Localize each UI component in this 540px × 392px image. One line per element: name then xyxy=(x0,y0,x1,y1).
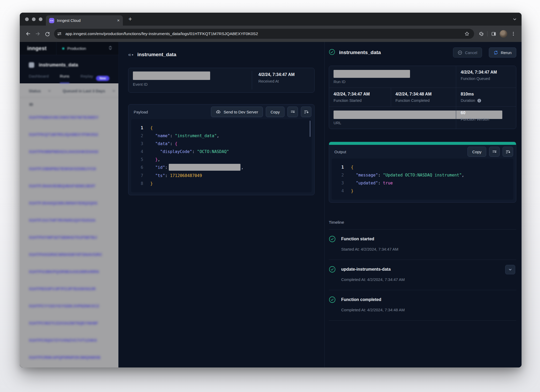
payload-expand-button[interactable] xyxy=(301,107,311,117)
back-button[interactable] xyxy=(23,29,33,39)
step-success-check-icon xyxy=(329,266,336,274)
run-id-item[interactable]: 01HTFHYWF32TSB9HGT01F5BTBJ xyxy=(20,229,118,246)
info-icon[interactable] xyxy=(477,99,481,103)
line-number: 2 xyxy=(332,171,344,179)
code-token: "id" xyxy=(155,165,165,170)
tab-dashboard[interactable]: Dashboard xyxy=(29,74,49,83)
code-token: } xyxy=(155,157,158,162)
code-content: "message": "Updated OCTO:NASDAQ instrume… xyxy=(351,171,464,179)
reload-button[interactable] xyxy=(42,29,52,39)
payload-code-block[interactable]: 1{2 "name": "instrument_data",3 "data": … xyxy=(131,119,312,192)
tab-runs[interactable]: Runs xyxy=(60,74,69,83)
run-id-item[interactable]: 01HTFJ3B9PB27EWGK5Z086JYC8 xyxy=(20,160,118,177)
code-scrollbar[interactable] xyxy=(310,121,311,137)
timeline-item: update-instruments-dataCompleted At: 4/2… xyxy=(329,260,516,290)
new-badge: New xyxy=(96,76,109,81)
inngest-logo: inngest xyxy=(20,45,56,51)
tab-close-icon[interactable]: × xyxy=(117,18,120,23)
run-id-item[interactable]: 01HTFCR9KAPQP0R6PZK3MQNMXB xyxy=(20,349,118,366)
timeline-items: Function startedStarted At: 4/2/2024, 7:… xyxy=(329,230,516,321)
time-range-filter-dropdown[interactable]: Queued in Last 3 Days xyxy=(63,89,115,93)
run-id-item[interactable]: 01HTFN86XV8CXWS7657W7E3WDY xyxy=(20,109,118,126)
site-info-icon[interactable] xyxy=(56,30,63,37)
wrap-text-icon xyxy=(492,149,497,154)
url-bar[interactable]: app.inngest.com/env/production/functions… xyxy=(54,29,474,39)
payload-header: Payload Send to Dev Server Copy xyxy=(128,104,314,119)
function-version-label: Function Version xyxy=(461,117,512,121)
output-code-block[interactable]: 1{2 "message": "Updated OCTO:NASDAQ inst… xyxy=(332,159,513,200)
browser-tab[interactable]: Inngest Cloud × xyxy=(46,15,123,26)
output-copy-button[interactable]: Copy xyxy=(467,147,486,157)
run-id-item[interactable]: 01HTFJ1C7HF7RVN051Q3YD2S3A xyxy=(20,212,118,229)
status-filter-dropdown[interactable]: Status xyxy=(29,89,51,93)
expand-step-button[interactable] xyxy=(505,265,515,274)
run-id-item[interactable]: 01HTFKMBPMD0ZAJ4AG04KD3A02 xyxy=(20,143,118,160)
cancel-run-button[interactable]: Cancel xyxy=(453,47,482,58)
run-id-item[interactable]: 01HTFJDA6Q2385JWNHYE9Q2Q0S xyxy=(20,194,118,212)
run-id-item[interactable]: 01HTFCW27CZ2X3AZM75QEYNH8F xyxy=(20,314,118,332)
code-content: } xyxy=(150,180,153,188)
code-line: 6 "id":, xyxy=(131,164,312,172)
tab-replay[interactable]: Replay xyxy=(80,74,93,83)
output-expand-button[interactable] xyxy=(503,147,513,157)
new-tab-button[interactable]: + xyxy=(128,16,132,22)
run-id-item[interactable]: 01HTFEG3FVJP7FZJP7EA5KN3JR xyxy=(20,280,118,297)
code-token: 1712068487049 xyxy=(170,173,202,178)
code-line: 2 "name": "instrument_data", xyxy=(131,132,312,140)
side-panel-icon[interactable] xyxy=(489,29,498,38)
scroll-to-bottom-icon xyxy=(505,149,510,154)
code-content: { xyxy=(150,124,153,132)
send-to-dev-server-button[interactable]: Send to Dev Server xyxy=(211,107,263,117)
inngest-app: inngest Production instruments_data Dash… xyxy=(20,42,522,367)
output-wrap-lines-button[interactable] xyxy=(489,147,500,157)
payload-copy-label: Copy xyxy=(271,110,280,114)
timeline-item-subtitle: Completed At: 4/2/2024, 7:34:48 AM xyxy=(341,308,516,312)
code-content: "displayCode": "OCTO:NASDAQ" xyxy=(150,148,229,156)
run-id-item[interactable]: 01HTFG3BKPQSR9EAA9108RARRN xyxy=(20,263,118,280)
function-queued-cell: 4/2/24, 7:34:47 AM Function Queued xyxy=(456,66,516,88)
run-header: instruments_data Cancel Rerun xyxy=(329,47,516,58)
run-id-item[interactable]: 01HTFC5QG7ZYVXNZVC7VT1Z4K6 xyxy=(20,332,118,349)
code-line: 5 }, xyxy=(131,156,312,164)
zoom-window-button[interactable] xyxy=(39,17,42,21)
duration-value: 810ms xyxy=(461,92,512,97)
line-number: 1 xyxy=(332,163,344,171)
run-id-item[interactable]: 01HTFJ94AVE0BQ48AF4DM13E9T xyxy=(20,177,118,194)
sidebar-topbar: inngest Production xyxy=(20,42,118,55)
env-switcher-chevrons-icon[interactable] xyxy=(109,45,112,51)
code-token: { xyxy=(150,126,153,130)
forward-button[interactable] xyxy=(33,29,42,39)
minimize-window-button[interactable] xyxy=(32,17,36,21)
extensions-icon[interactable] xyxy=(477,29,486,38)
timeline-item: Function startedStarted At: 4/2/2024, 7:… xyxy=(329,230,516,260)
code-token xyxy=(150,173,155,178)
profile-avatar[interactable] xyxy=(500,30,507,38)
environment-selector[interactable]: Production xyxy=(56,46,109,51)
tab-replay-group[interactable]: Replay New xyxy=(80,74,109,83)
tab-title: Inngest Cloud xyxy=(57,18,114,23)
run-id-item[interactable]: 01HTFCYY2GYGYGDKJVP82NKXCZ xyxy=(20,297,118,314)
code-token: , xyxy=(462,173,464,178)
code-token: "message" xyxy=(356,173,378,178)
env-name: Production xyxy=(67,46,86,51)
tab-search-chevron-icon[interactable] xyxy=(513,17,517,22)
function-started-cell: 4/2/24, 7:34:47 AM Function Started xyxy=(329,88,391,107)
code-token: : xyxy=(192,149,197,154)
scroll-to-bottom-icon xyxy=(304,109,309,114)
bookmark-star-icon[interactable] xyxy=(462,29,471,38)
run-id-item[interactable]: 01HTFHXGR0CWNHSWY8TSNAVGRC xyxy=(20,246,118,263)
payload-title: Payload xyxy=(134,110,208,114)
rerun-button[interactable]: Rerun xyxy=(489,47,516,58)
run-id-item[interactable]: 01HTFKQT1M7RSJQABEXYF0K0S2 xyxy=(20,126,118,143)
code-token xyxy=(150,165,155,170)
browser-menu-icon[interactable] xyxy=(509,29,518,38)
traffic-lights[interactable] xyxy=(20,17,42,21)
rerun-refresh-icon xyxy=(494,50,498,55)
close-window-button[interactable] xyxy=(25,17,29,21)
received-at-value: 4/2/24, 7:34:47 AM xyxy=(258,72,295,77)
payload-copy-button[interactable]: Copy xyxy=(266,107,285,117)
function-tabs: Dashboard Runs Replay New xyxy=(20,72,118,83)
url-text[interactable]: app.inngest.com/env/production/functions… xyxy=(65,31,462,36)
payload-wrap-lines-button[interactable] xyxy=(287,107,298,117)
function-completed-label: Function Completed xyxy=(396,98,452,103)
